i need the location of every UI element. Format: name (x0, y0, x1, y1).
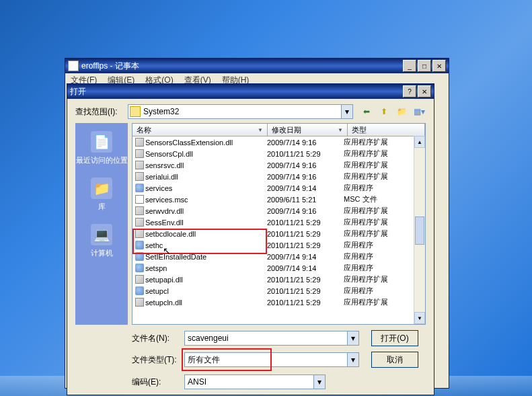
file-date: 2009/7/14 9:14 (263, 184, 340, 192)
chevron-down-icon[interactable]: ▾ (347, 353, 358, 366)
dialog-titlebar[interactable]: 打开 ? ✕ (67, 84, 434, 99)
file-type: 应用程序 (340, 183, 425, 193)
file-name: SessEnv.dll (145, 219, 184, 227)
column-date[interactable]: 修改日期▼ (268, 124, 348, 136)
file-date: 2010/11/21 5:29 (263, 150, 340, 158)
file-row[interactable]: setspn2009/7/14 9:14应用程序 (132, 262, 425, 274)
dialog-close-button[interactable]: ✕ (418, 85, 431, 97)
file-date: 2010/11/21 5:29 (263, 299, 340, 307)
notepad-title: erofflps - 记事本 (81, 61, 139, 72)
vertical-scrollbar[interactable]: ▲ ▼ (414, 136, 425, 324)
notepad-titlebar[interactable]: erofflps - 记事本 _ □ ✕ (65, 58, 449, 73)
lookin-combo[interactable]: System32 ▾ (128, 104, 353, 119)
sidebar-item-library[interactable]: 📁库 (91, 177, 112, 212)
file-type: MSC 文件 (340, 194, 425, 204)
file-icon (135, 252, 144, 261)
up-button[interactable]: ⬆ (377, 105, 391, 118)
file-type: 应用程序扩展 (340, 274, 425, 284)
file-type: 应用程序扩展 (340, 297, 425, 307)
file-row[interactable]: SensorsCpl.dll2010/11/21 5:29应用程序扩展 (132, 148, 425, 159)
chevron-down-icon[interactable]: ▾ (313, 375, 325, 389)
file-row[interactable]: setupapi.dll2010/11/21 5:29应用程序扩展 (132, 274, 425, 285)
file-type: 应用程序扩展 (340, 160, 425, 170)
file-row[interactable]: sethc2010/11/21 5:29应用程序 (132, 239, 425, 251)
sidebar-item-recent[interactable]: 📄最近访问的位置 (76, 131, 128, 165)
scroll-down-button[interactable]: ▼ (414, 312, 425, 324)
file-row[interactable]: services.msc2009/6/11 5:21MSC 文件 (132, 194, 425, 205)
views-button[interactable]: ▦▾ (412, 105, 426, 118)
column-headers: 名称▼ 修改日期▼ 类型 (132, 124, 425, 136)
file-date: 2009/7/14 9:14 (263, 253, 340, 261)
file-name: serialui.dll (145, 173, 178, 181)
file-row[interactable]: setupcl2010/11/21 5:29应用程序 (132, 285, 425, 296)
file-name: setupapi.dll (145, 276, 183, 284)
file-name: setupcl (145, 287, 169, 295)
dialog-help-button[interactable]: ? (403, 85, 416, 97)
filename-input[interactable]: scavengeui▾ (184, 331, 359, 346)
file-row[interactable]: serwvdrv.dll2009/7/14 9:16应用程序扩展 (132, 205, 425, 216)
encoding-label: 编码(E): (132, 377, 184, 388)
file-row[interactable]: sensrsvc.dll2009/7/14 9:16应用程序扩展 (132, 159, 425, 171)
cancel-button[interactable]: 取消 (371, 352, 418, 368)
scroll-up-button[interactable]: ▲ (414, 136, 425, 148)
maximize-button[interactable]: □ (418, 60, 431, 72)
chevron-down-icon[interactable]: ▾ (341, 105, 352, 118)
file-icon (135, 138, 144, 147)
file-date: 2010/11/21 5:29 (263, 276, 340, 284)
file-name: sensrsvc.dll (145, 161, 184, 169)
sidebar-item-computer[interactable]: 💻计算机 (91, 224, 113, 258)
folder-icon (130, 106, 141, 117)
chevron-down-icon[interactable]: ▾ (347, 331, 358, 345)
back-button[interactable]: ⬅ (360, 105, 373, 118)
file-name: sethc (145, 241, 163, 249)
column-type[interactable]: 类型 (348, 124, 425, 136)
file-date: 2010/11/21 5:29 (263, 219, 340, 227)
file-type: 应用程序 (340, 263, 425, 273)
notepad-icon (68, 61, 79, 71)
file-icon (135, 229, 144, 238)
file-icon (135, 161, 144, 169)
encoding-combo[interactable]: ANSI▾ (184, 374, 326, 389)
file-name: setbcdlocale.dll (145, 230, 196, 238)
open-dialog: 打开 ? ✕ 查找范围(I): System32 ▾ ⬅ ⬆ 📁 ▦▾ 📄最近访… (67, 83, 434, 395)
minimize-button[interactable]: _ (403, 60, 416, 72)
file-icon (135, 241, 144, 249)
file-row[interactable]: SensorsClassExtension.dll2009/7/14 9:16应… (132, 136, 425, 148)
file-list[interactable]: SensorsClassExtension.dll2009/7/14 9:16应… (132, 136, 425, 324)
close-button[interactable]: ✕ (432, 60, 446, 72)
file-type: 应用程序扩展 (340, 206, 425, 216)
open-button[interactable]: 打开(O) (371, 330, 418, 346)
newfolder-button[interactable]: 📁 (395, 105, 408, 118)
file-row[interactable]: SessEnv.dll2010/11/21 5:29应用程序扩展 (132, 216, 425, 228)
file-type: 应用程序扩展 (340, 171, 425, 182)
file-icon (135, 264, 144, 272)
file-date: 2010/11/21 5:29 (263, 230, 340, 238)
file-type: 应用程序 (340, 286, 425, 296)
file-row[interactable]: services2009/7/14 9:14应用程序 (132, 182, 425, 194)
filetype-combo[interactable]: 所有文件▾ (184, 352, 359, 367)
file-icon (135, 172, 144, 181)
file-date: 2009/7/14 9:14 (263, 264, 340, 272)
file-date: 2010/11/21 5:29 (263, 241, 340, 249)
file-row[interactable]: SetIEInstalledDate2009/7/14 9:14应用程序 (132, 251, 425, 262)
file-date: 2009/7/14 9:16 (263, 161, 340, 169)
file-icon (135, 298, 144, 307)
file-row[interactable]: setupcln.dll2010/11/21 5:29应用程序扩展 (132, 296, 425, 308)
file-type: 应用程序扩展 (340, 229, 425, 239)
recent-icon: 📄 (91, 131, 112, 153)
file-type: 应用程序扩展 (340, 217, 425, 227)
file-date: 2009/7/14 9:16 (263, 173, 340, 181)
file-row[interactable]: serialui.dll2009/7/14 9:16应用程序扩展 (132, 171, 425, 182)
file-name: serwvdrv.dll (145, 207, 184, 215)
file-name: SetIEInstalledDate (145, 253, 206, 261)
file-date: 2010/11/21 5:29 (263, 287, 340, 295)
file-date: 2009/6/11 5:21 (263, 196, 340, 204)
file-icon (135, 184, 144, 192)
file-icon (135, 286, 144, 295)
column-name[interactable]: 名称▼ (132, 124, 268, 136)
file-type: 应用程序扩展 (340, 137, 425, 147)
file-row[interactable]: setbcdlocale.dll2010/11/21 5:29应用程序扩展 (132, 228, 425, 239)
scroll-thumb[interactable] (415, 216, 424, 245)
file-icon (135, 206, 144, 215)
library-icon: 📁 (91, 177, 112, 199)
